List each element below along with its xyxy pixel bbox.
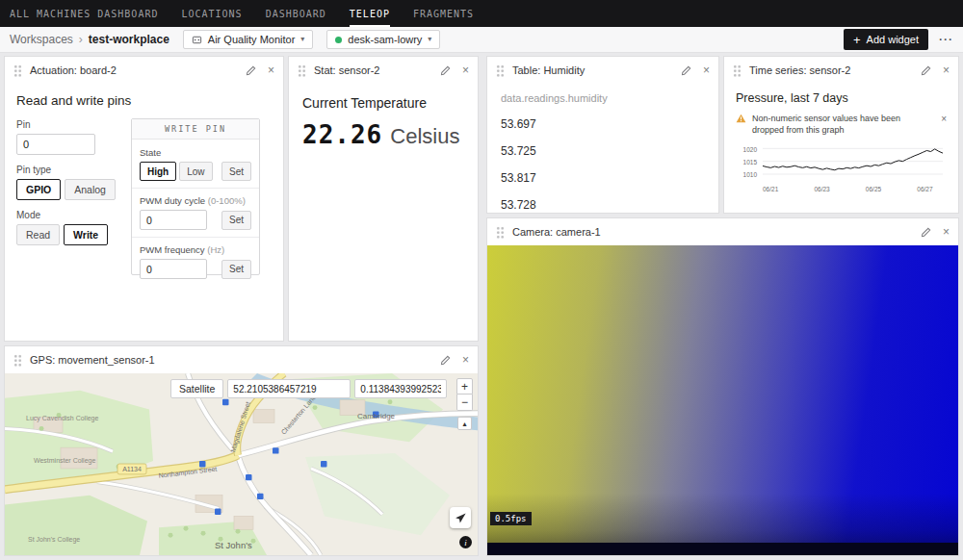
table-row: 53.817 <box>487 165 718 191</box>
pwm-duty-input[interactable] <box>140 210 207 230</box>
edit-widget-button[interactable] <box>440 355 451 366</box>
breadcrumb-separator-icon: › <box>79 33 83 46</box>
actuation-widget-title: Actuation: board-2 <box>30 64 117 76</box>
drag-handle-icon[interactable] <box>733 64 742 77</box>
breadcrumb-workspaces-link[interactable]: Workspaces <box>10 33 73 46</box>
machine-selector[interactable]: Air Quality Monitor ▾ <box>183 30 314 49</box>
close-widget-button[interactable]: × <box>268 64 274 76</box>
close-widget-button[interactable]: × <box>943 64 950 76</box>
workspace-header: Workspaces › test-workplace Air Quality … <box>0 27 963 53</box>
edit-widget-button[interactable] <box>921 65 931 76</box>
drag-handle-icon[interactable] <box>13 354 22 367</box>
chart-title: Pressure, last 7 days <box>736 91 947 105</box>
pwm-frequency-hint: (Hz) <box>207 244 224 255</box>
state-low-button[interactable]: Low <box>179 162 212 181</box>
map-label-cambridge: Cambridge <box>357 413 396 421</box>
zoom-out-button[interactable]: − <box>456 395 473 411</box>
machine-icon <box>192 35 202 45</box>
map-zoom-controls: + − ▴ <box>456 378 473 430</box>
overflow-menu-button[interactable]: ⋯ <box>938 31 953 48</box>
divider <box>132 188 259 189</box>
map-container: A1134 Lucy Cavendish College Westminster… <box>5 373 478 555</box>
add-widget-button[interactable]: + Add widget <box>844 29 928 50</box>
close-widget-button[interactable]: × <box>943 226 950 238</box>
write-pin-panel-title: WRITE PIN <box>132 119 259 140</box>
pwm-duty-set-button[interactable]: Set <box>221 211 251 230</box>
part-selector[interactable]: desk-sam-lowry ▾ <box>326 30 440 49</box>
chart-x-axis: 06/2106/2306/2506/27 <box>763 186 943 195</box>
stat-metric-label: Current Temperature <box>302 95 464 111</box>
nav-dashboard[interactable]: DASHBOARD <box>266 0 326 27</box>
close-widget-button[interactable]: × <box>703 64 710 76</box>
stat-widget-title: Stat: sensor-2 <box>314 64 379 76</box>
pwm-frequency-set-button[interactable]: Set <box>221 260 251 279</box>
close-widget-button[interactable]: × <box>462 64 469 76</box>
state-set-button[interactable]: Set <box>221 162 251 181</box>
map-attribution-info-button[interactable]: i <box>459 536 472 548</box>
write-pin-panel: WRITE PIN State High Low Set PWM duty cy… <box>131 118 260 275</box>
pin-type-gpio-button[interactable]: GPIO <box>16 179 61 200</box>
pin-input[interactable] <box>16 134 95 155</box>
timeseries-widget-header: Time series: sensor-2 × <box>724 57 958 84</box>
table-column-header: data.readings.humidity <box>487 84 718 111</box>
drag-handle-icon[interactable] <box>13 64 22 77</box>
chart-y-axis: 101010151020 <box>736 143 759 182</box>
pwm-duty-hint: (0-100%) <box>208 195 246 206</box>
recenter-location-button[interactable] <box>450 507 471 528</box>
mode-read-button[interactable]: Read <box>16 224 60 245</box>
pencil-icon <box>921 227 931 238</box>
nav-fragments[interactable]: FRAGMENTS <box>413 0 474 27</box>
map-label-westminster: Westminster College <box>34 457 95 465</box>
edit-widget-button[interactable] <box>681 65 691 76</box>
pwm-frequency-label-text: PWM frequency <box>140 244 205 255</box>
close-widget-button[interactable]: × <box>462 354 469 366</box>
fps-badge: 0.5fps <box>490 512 532 525</box>
camera-stream-image: 0.5fps <box>487 245 958 555</box>
pwm-frequency-input[interactable] <box>140 259 207 279</box>
edit-widget-button[interactable] <box>246 65 256 76</box>
map-canvas[interactable]: A1134 Lucy Cavendish College Westminster… <box>5 373 478 555</box>
add-widget-label: Add widget <box>867 34 919 45</box>
add-icon: + <box>853 34 861 46</box>
gps-widget-header: GPS: movement_sensor-1 × <box>5 346 478 373</box>
online-status-icon <box>335 37 342 43</box>
edit-widget-button[interactable] <box>921 227 931 238</box>
breadcrumb: Workspaces › test-workplace <box>10 33 169 46</box>
zoom-in-button[interactable]: + <box>456 378 473 395</box>
pin-type-analog-button[interactable]: Analog <box>65 179 116 200</box>
table-widget-header: Table: Humidity × <box>487 57 718 84</box>
camera-widget: Camera: camera-1 × 0.5fps <box>486 217 959 556</box>
stat-widget: Stat: sensor-2 × Current Temperature 22.… <box>288 56 479 342</box>
nav-teleop[interactable]: TELEOP <box>350 0 390 27</box>
drag-handle-icon[interactable] <box>298 64 306 77</box>
stat-widget-header: Stat: sensor-2 × <box>289 57 478 84</box>
pencil-icon <box>681 65 691 76</box>
pwm-duty-label-text: PWM duty cycle <box>140 195 205 206</box>
warning-text: Non-numeric sensor values have been drop… <box>752 113 911 136</box>
chart-plot-area <box>763 143 943 182</box>
latitude-input[interactable] <box>227 379 351 398</box>
timeseries-widget-title: Time series: sensor-2 <box>749 64 850 76</box>
stat-value: 22.26 <box>302 120 382 149</box>
dismiss-warning-button[interactable]: × <box>941 113 947 126</box>
timeseries-widget: Time series: sensor-2 × Pressure, last 7… <box>723 56 959 214</box>
satellite-toggle-button[interactable]: Satellite <box>170 379 223 398</box>
nav-all-machines-dashboard[interactable]: ALL MACHINES DASHBOARD <box>10 0 158 27</box>
compass-north-button[interactable]: ▴ <box>457 417 472 430</box>
chevron-down-icon: ▾ <box>300 36 304 43</box>
table-row: 53.697 <box>487 111 718 138</box>
mode-write-button[interactable]: Write <box>64 224 108 245</box>
pwm-frequency-label: PWM frequency (Hz) <box>140 244 251 255</box>
map-label-a1134: A1134 <box>122 466 142 472</box>
divider <box>132 237 259 238</box>
edit-widget-button[interactable] <box>440 65 451 76</box>
table-row: 53.728 <box>487 191 718 218</box>
longitude-input[interactable] <box>354 379 447 398</box>
map-label-st-johns: St John's <box>215 540 252 550</box>
state-high-button[interactable]: High <box>140 162 176 181</box>
nav-locations[interactable]: LOCATIONS <box>181 0 242 27</box>
map-label-st-johns-college: St John's College <box>28 536 80 544</box>
drag-handle-icon[interactable] <box>496 226 505 239</box>
drag-handle-icon[interactable] <box>496 64 505 77</box>
camera-widget-title: Camera: camera-1 <box>512 226 601 238</box>
